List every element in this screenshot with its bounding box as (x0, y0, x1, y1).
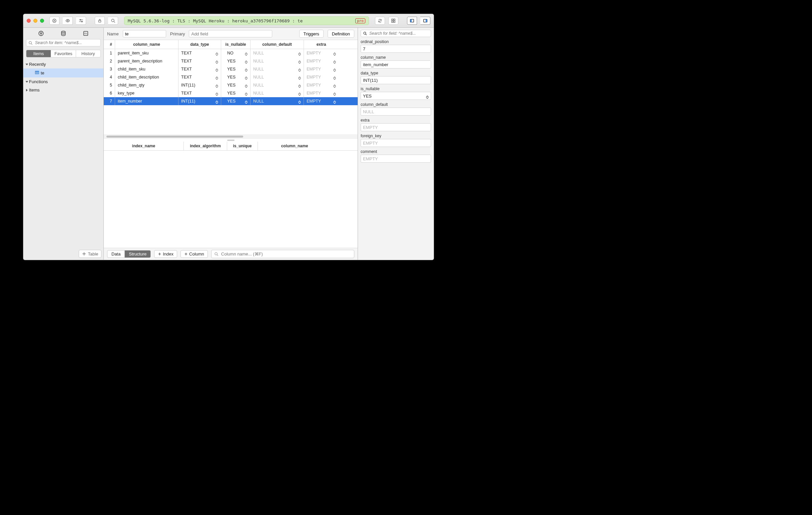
add-field-input[interactable] (189, 30, 272, 37)
bottom-search[interactable] (211, 250, 354, 258)
inspector-search-input[interactable] (369, 31, 429, 36)
toolbar-right-panel-toggle[interactable] (420, 17, 430, 25)
cell-data-type[interactable]: TEXT (178, 65, 221, 73)
name-label: Name (107, 31, 119, 36)
cell-extra[interactable]: EMPTY (304, 81, 339, 89)
seg-items[interactable]: Items (26, 50, 51, 57)
cell-column-name[interactable]: child_item_description (115, 73, 178, 81)
cell-column-default[interactable]: NULL (251, 89, 304, 97)
definition-button[interactable]: Definition (328, 30, 354, 38)
cell-is-nullable[interactable]: YES (221, 89, 251, 97)
toolbar-preview-button[interactable] (63, 17, 73, 25)
sidebar-group-recently[interactable]: Recently (23, 60, 104, 69)
seg-history[interactable]: History (76, 50, 100, 57)
cell-is-nullable[interactable]: YES (221, 57, 251, 65)
cell-data-type[interactable]: TEXT (178, 57, 221, 65)
seg-data[interactable]: Data (108, 250, 124, 258)
cell-column-default[interactable]: NULL (251, 57, 304, 65)
idx-header-col[interactable]: column_name (258, 142, 331, 150)
add-table-button[interactable]: Table (79, 250, 102, 258)
cell-is-nullable[interactable]: YES (221, 65, 251, 73)
cell-column-default[interactable]: NULL (251, 81, 304, 89)
sql-icon[interactable]: SQL (83, 30, 89, 36)
table-row[interactable]: 1parent_item_skuTEXTNONULLEMPTY (104, 49, 358, 57)
col-header-default[interactable]: column_default (251, 40, 304, 49)
field-input[interactable]: EMPTY (360, 123, 431, 131)
bottom-search-input[interactable] (221, 251, 351, 257)
cell-is-nullable[interactable]: NO (221, 49, 251, 57)
cell-column-name[interactable]: child_item_sku (115, 65, 178, 73)
cell-column-name[interactable]: child_item_qty (115, 81, 178, 89)
field-input[interactable]: 7 (360, 45, 431, 53)
plug-icon[interactable] (38, 30, 44, 36)
seg-structure[interactable]: Structure (124, 250, 150, 258)
close-window-button[interactable] (27, 19, 31, 23)
table-row[interactable]: 6key_typeTEXTYESNULLEMPTY (104, 89, 358, 97)
cell-column-default[interactable]: NULL (251, 49, 304, 57)
cell-column-default[interactable]: NULL (251, 97, 304, 105)
add-column-button[interactable]: Column (180, 250, 208, 258)
cell-data-type[interactable]: TEXT (178, 49, 221, 57)
idx-header-unique[interactable]: is_unique (227, 142, 258, 150)
cell-column-name[interactable]: item_number (115, 97, 178, 105)
col-header-name[interactable]: column_name (115, 40, 178, 49)
table-row[interactable]: 3child_item_skuTEXTYESNULLEMPTY (104, 65, 358, 73)
toolbar-cancel-button[interactable] (49, 17, 59, 25)
toolbar-left-panel-toggle[interactable] (407, 17, 417, 25)
field-select[interactable]: YES (360, 92, 431, 100)
cell-is-nullable[interactable]: YES (221, 73, 251, 81)
horizontal-scrollbar[interactable] (104, 134, 358, 139)
inspector-search[interactable] (360, 30, 431, 37)
toolbar-grid-button[interactable] (388, 17, 398, 25)
idx-header-name[interactable]: index_name (104, 142, 184, 150)
table-row[interactable]: 2parent_item_descriptionTEXTYESNULLEMPTY (104, 57, 358, 65)
cell-column-name[interactable]: parent_item_description (115, 57, 178, 65)
idx-header-algo[interactable]: index_algorithm (184, 142, 227, 150)
cell-extra[interactable]: EMPTY (304, 73, 339, 81)
cell-data-type[interactable]: TEXT (178, 89, 221, 97)
field-input[interactable]: INT(11) (360, 76, 431, 84)
database-icon[interactable] (60, 30, 66, 36)
cell-column-default[interactable]: NULL (251, 73, 304, 81)
cell-data-type[interactable]: TEXT (178, 73, 221, 81)
sidebar-group-items[interactable]: Items (23, 86, 104, 94)
cell-extra[interactable]: EMPTY (304, 65, 339, 73)
cell-column-name[interactable]: key_type (115, 89, 178, 97)
cell-extra[interactable]: EMPTY (304, 57, 339, 65)
col-header-dtype[interactable]: data_type (178, 40, 221, 49)
cell-data-type[interactable]: INT(11) (178, 97, 221, 105)
triggers-button[interactable]: Triggers (299, 30, 324, 38)
seg-favorites[interactable]: Favorites (51, 50, 76, 57)
col-header-nullable[interactable]: is_nullable (221, 40, 251, 49)
table-row[interactable]: 4child_item_descriptionTEXTYESNULLEMPTY (104, 73, 358, 81)
field-input[interactable]: EMPTY (360, 155, 431, 163)
toolbar-search-button[interactable] (108, 17, 118, 25)
cell-column-name[interactable]: parent_item_sku (115, 49, 178, 57)
col-header-idx[interactable]: # (104, 40, 115, 49)
toolbar-settings-button[interactable] (76, 17, 86, 25)
add-index-button[interactable]: Index (154, 250, 177, 258)
field-input[interactable]: item_number (360, 60, 431, 69)
cell-extra[interactable]: EMPTY (304, 97, 339, 105)
table-row[interactable]: 5child_item_qtyINT(11)YESNULLEMPTY (104, 81, 358, 89)
cell-extra[interactable]: EMPTY (304, 49, 339, 57)
sidebar-search[interactable] (26, 39, 101, 47)
pane-splitter[interactable] (104, 139, 358, 142)
field-input[interactable]: EMPTY (360, 139, 431, 147)
zoom-window-button[interactable] (40, 19, 44, 23)
sidebar-group-functions[interactable]: Functions (23, 78, 104, 86)
toolbar-refresh-button[interactable] (375, 17, 385, 25)
cell-is-nullable[interactable]: YES (221, 97, 251, 105)
cell-extra[interactable]: EMPTY (304, 89, 339, 97)
table-name-input[interactable] (123, 30, 166, 37)
cell-is-nullable[interactable]: YES (221, 81, 251, 89)
minimize-window-button[interactable] (33, 19, 37, 23)
sidebar-search-input[interactable] (34, 40, 98, 46)
toolbar-lock-button[interactable] (95, 17, 105, 25)
col-header-extra[interactable]: extra (304, 40, 339, 49)
field-input[interactable]: NULL (360, 108, 431, 115)
sidebar-item-te[interactable]: te (23, 69, 104, 78)
cell-column-default[interactable]: NULL (251, 65, 304, 73)
table-row[interactable]: 7item_numberINT(11)YESNULLEMPTY (104, 97, 358, 105)
cell-data-type[interactable]: INT(11) (178, 81, 221, 89)
